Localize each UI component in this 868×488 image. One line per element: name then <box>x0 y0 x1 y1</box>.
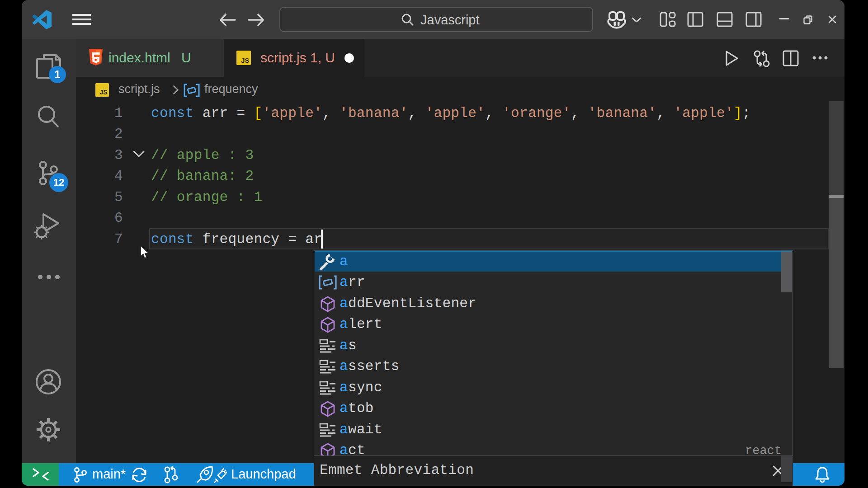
svg-text:JS: JS <box>241 56 249 64</box>
svg-text:JS: JS <box>99 89 107 96</box>
